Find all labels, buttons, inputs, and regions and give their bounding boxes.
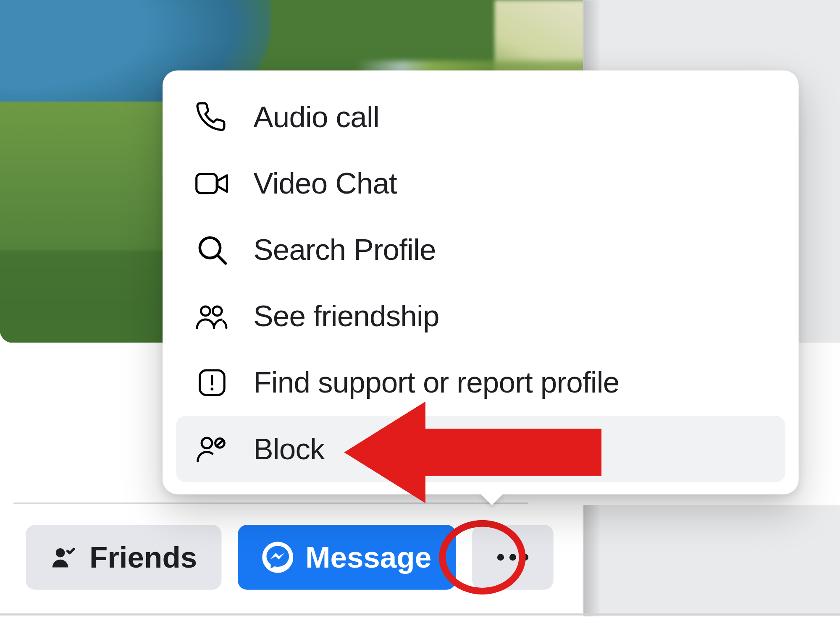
menu-caret	[480, 493, 504, 505]
menu-item-see-friendship[interactable]: See friendship	[176, 283, 785, 349]
menu-item-label: Audio call	[253, 100, 379, 134]
svg-line-15	[216, 440, 223, 446]
profile-action-buttons: Friends Message	[26, 525, 553, 590]
ellipsis-icon	[492, 550, 533, 564]
svg-point-12	[210, 387, 213, 390]
svg-point-13	[202, 438, 212, 448]
svg-point-0	[56, 548, 65, 558]
message-button-label: Message	[305, 542, 431, 572]
menu-item-video-chat[interactable]: Video Chat	[176, 150, 785, 217]
message-button[interactable]: Message	[238, 525, 456, 590]
screenshot-stage: Friends Message	[0, 0, 840, 644]
menu-item-search-profile[interactable]: Search Profile	[176, 217, 785, 283]
phone-icon	[194, 101, 230, 133]
menu-item-block[interactable]: Block	[176, 416, 785, 482]
menu-item-audio-call[interactable]: Audio call	[176, 84, 785, 150]
more-button[interactable]	[472, 525, 554, 590]
search-icon	[194, 233, 230, 266]
svg-point-3	[509, 554, 516, 560]
friends-button[interactable]: Friends	[26, 525, 221, 590]
menu-item-label: See friendship	[253, 299, 439, 333]
svg-point-4	[522, 554, 528, 560]
person-block-icon	[194, 433, 230, 465]
svg-point-6	[200, 238, 220, 258]
menu-item-label: Find support or report profile	[253, 366, 619, 400]
friends-button-label: Friends	[89, 542, 197, 572]
more-options-menu: Audio call Video Chat Search Profile	[163, 71, 799, 495]
menu-item-label: Block	[253, 432, 325, 466]
profile-separator	[13, 503, 528, 504]
svg-line-7	[218, 256, 226, 264]
messenger-icon	[262, 542, 293, 573]
svg-point-2	[497, 554, 504, 560]
svg-point-9	[213, 306, 222, 316]
video-camera-icon	[194, 167, 230, 199]
menu-item-label: Video Chat	[253, 167, 397, 201]
friend-check-icon	[50, 544, 77, 571]
menu-item-report-profile[interactable]: Find support or report profile	[176, 349, 785, 416]
people-icon	[194, 300, 230, 332]
svg-rect-5	[197, 174, 217, 193]
svg-point-8	[201, 306, 210, 316]
menu-item-label: Search Profile	[253, 233, 436, 267]
bottom-divider	[0, 613, 840, 615]
report-icon	[194, 367, 230, 398]
